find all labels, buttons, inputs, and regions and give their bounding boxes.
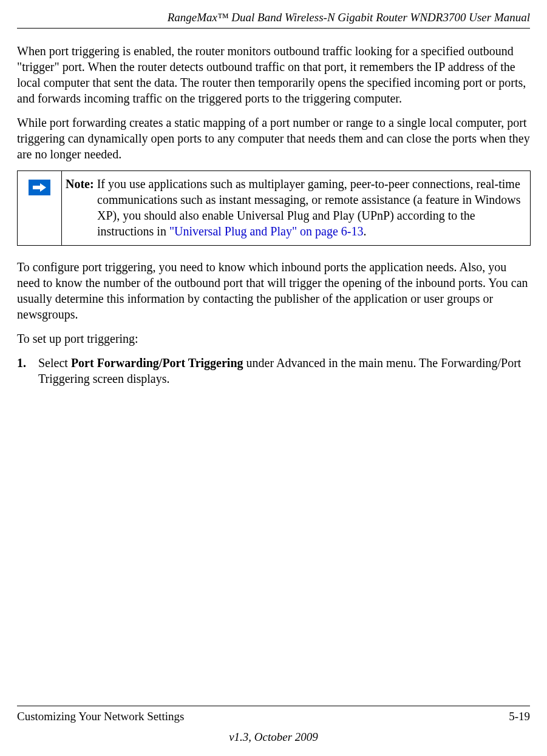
note-label: Note:	[66, 177, 94, 191]
step-content: Select Port Forwarding/Port Triggering u…	[38, 355, 524, 386]
paragraph-2: While port forwarding creates a static m…	[17, 115, 530, 162]
header-title: RangeMax™ Dual Band Wireless-N Gigabit R…	[17, 11, 530, 24]
paragraph-3: To configure port triggering, you need t…	[17, 259, 530, 322]
arrow-right-icon	[29, 180, 50, 195]
step-1: 1. Select Port Forwarding/Port Triggerin…	[17, 355, 530, 386]
footer: Customizing Your Network Settings 5-19 v…	[17, 706, 530, 744]
footer-page-number: 5-19	[509, 710, 530, 723]
step-number: 1.	[17, 355, 35, 371]
paragraph-1: When port triggering is enabled, the rou…	[17, 43, 530, 106]
footer-section-title: Customizing Your Network Settings	[17, 710, 185, 723]
paragraph-4: To set up port triggering:	[17, 331, 530, 346]
step-bold: Port Forwarding/Port Triggering	[71, 356, 243, 370]
note-box: Note: If you use applications such as mu…	[17, 170, 531, 246]
header-divider	[17, 28, 530, 29]
footer-version: v1.3, October 2009	[17, 731, 530, 744]
note-text-after: .	[364, 224, 367, 238]
note-icon-cell	[18, 171, 62, 246]
footer-divider	[17, 706, 530, 706]
note-link[interactable]: "Universal Plug and Play" on page 6-13	[169, 224, 364, 238]
note-content: Note: If you use applications such as mu…	[62, 171, 531, 246]
step-text-before: Select	[38, 356, 71, 370]
